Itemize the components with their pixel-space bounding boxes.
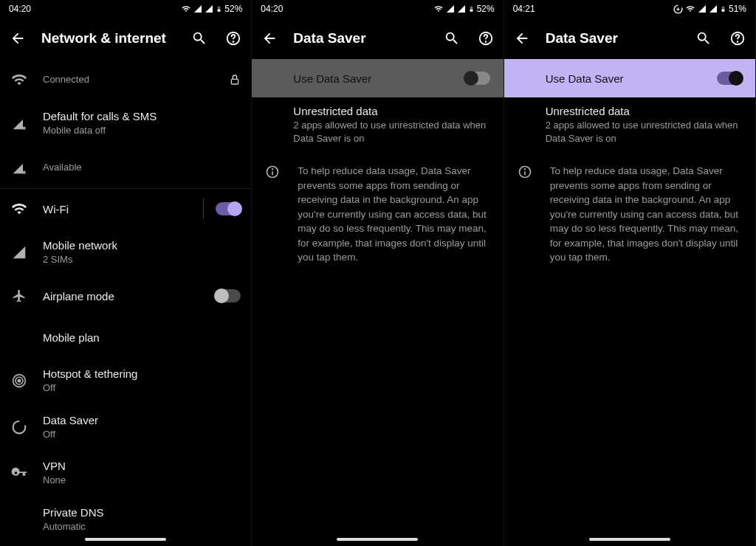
row-subtitle: Off bbox=[43, 381, 241, 395]
data-saver-toggle[interactable] bbox=[465, 72, 490, 85]
app-bar: Data Saver bbox=[252, 18, 503, 59]
signal-status-icon bbox=[698, 4, 707, 13]
battery-percent: 52% bbox=[477, 4, 495, 14]
search-button[interactable] bbox=[189, 28, 210, 49]
status-time: 04:20 bbox=[261, 4, 283, 14]
divider bbox=[203, 198, 204, 219]
data-saver-toggle[interactable] bbox=[717, 72, 742, 85]
signal-status-icon bbox=[446, 4, 455, 13]
nav-pill bbox=[337, 538, 418, 541]
back-arrow-icon bbox=[261, 30, 278, 46]
row-title: Wi-Fi bbox=[43, 203, 188, 215]
battery-status-icon bbox=[468, 4, 475, 14]
row-vpn[interactable]: VPN None bbox=[0, 450, 251, 497]
back-button[interactable] bbox=[512, 28, 532, 49]
signal-icon bbox=[12, 245, 27, 260]
row-subtitle: 2 SIMs bbox=[43, 253, 241, 266]
search-button[interactable] bbox=[693, 28, 714, 49]
row-airplane-mode[interactable]: Airplane mode bbox=[0, 275, 251, 317]
nav-pill bbox=[85, 538, 166, 541]
row-mobile-plan[interactable]: Mobile plan bbox=[0, 317, 251, 358]
svg-point-12 bbox=[738, 41, 738, 42]
settings-list[interactable]: Connected Default for calls & SMS Mobile… bbox=[0, 59, 251, 533]
wifi-status-icon bbox=[433, 4, 444, 13]
back-arrow-icon bbox=[514, 30, 530, 46]
row-wifi-connected[interactable]: Connected bbox=[0, 59, 251, 100]
panel-data-saver-off: 04:20 52% Data Saver Use Data Saver Unre… bbox=[252, 0, 504, 546]
back-button[interactable] bbox=[7, 28, 28, 49]
lock-icon bbox=[229, 74, 241, 86]
status-bar: 04:20 52% bbox=[0, 0, 251, 18]
page-title: Data Saver bbox=[546, 30, 680, 46]
help-icon bbox=[478, 30, 494, 46]
info-icon bbox=[265, 165, 280, 179]
back-button[interactable] bbox=[259, 28, 280, 49]
info-text: To help reduce data usage, Data Saver pr… bbox=[298, 164, 489, 265]
app-bar: Data Saver bbox=[504, 18, 755, 59]
datasaver-icon bbox=[12, 420, 27, 435]
airplane-icon bbox=[12, 288, 27, 303]
row-subtitle: Mobile data off bbox=[43, 124, 241, 137]
search-icon bbox=[191, 30, 207, 46]
wifi-status-icon bbox=[181, 4, 191, 13]
status-right: 51% bbox=[673, 4, 746, 14]
info-icon bbox=[518, 165, 532, 179]
app-bar: Network & internet bbox=[0, 18, 251, 59]
gesture-nav-bar[interactable] bbox=[252, 533, 503, 546]
section-subtitle: 2 apps allowed to use unrestricted data … bbox=[546, 119, 742, 145]
battery-percent: 51% bbox=[729, 4, 746, 14]
search-button[interactable] bbox=[441, 28, 462, 49]
row-default-sim[interactable]: Default for calls & SMS Mobile data off bbox=[0, 100, 251, 147]
status-right: 52% bbox=[433, 4, 495, 14]
page-title: Data Saver bbox=[293, 30, 427, 46]
info-row: To help reduce data usage, Data Saver pr… bbox=[252, 153, 503, 275]
gesture-nav-bar[interactable] bbox=[504, 533, 755, 546]
row-title: Mobile network bbox=[43, 239, 241, 252]
master-label: Use Data Saver bbox=[546, 72, 717, 85]
wifi-icon bbox=[11, 201, 27, 217]
search-icon bbox=[695, 30, 712, 46]
battery-status-icon bbox=[216, 4, 222, 14]
row-title: Default for calls & SMS bbox=[43, 110, 241, 122]
help-button[interactable] bbox=[223, 28, 244, 49]
help-button[interactable] bbox=[475, 28, 496, 49]
use-data-saver-row[interactable]: Use Data Saver bbox=[504, 59, 755, 97]
svg-point-3 bbox=[18, 380, 20, 382]
signal-status-icon-2 bbox=[709, 4, 718, 13]
row-subtitle: Available bbox=[43, 161, 241, 174]
section-title: Unrestricted data bbox=[293, 105, 489, 117]
use-data-saver-row[interactable]: Use Data Saver bbox=[252, 59, 503, 97]
master-label: Use Data Saver bbox=[293, 72, 464, 85]
status-right: 52% bbox=[181, 4, 242, 14]
airplane-toggle[interactable] bbox=[216, 289, 241, 303]
svg-point-1 bbox=[233, 41, 234, 42]
wifi-status-icon bbox=[685, 4, 695, 13]
row-data-saver[interactable]: Data Saver Off bbox=[0, 404, 251, 451]
battery-percent: 52% bbox=[224, 4, 242, 14]
status-bar: 04:20 52% bbox=[252, 0, 503, 18]
row-mobile-network[interactable]: Mobile network 2 SIMs bbox=[0, 229, 251, 276]
row-private-dns[interactable]: Private DNS Automatic bbox=[0, 497, 251, 533]
info-text: To help reduce data usage, Data Saver pr… bbox=[550, 164, 742, 265]
unrestricted-data-row[interactable]: Unrestricted data 2 apps allowed to use … bbox=[504, 97, 755, 153]
row-subtitle: Automatic bbox=[43, 520, 241, 533]
svg-rect-2 bbox=[232, 79, 238, 84]
datasaver-status-icon bbox=[673, 4, 683, 14]
row-wifi[interactable]: Wi-Fi bbox=[0, 188, 251, 229]
section-title: Unrestricted data bbox=[546, 105, 742, 117]
svg-point-7 bbox=[485, 41, 486, 42]
unrestricted-data-row[interactable]: Unrestricted data 2 apps allowed to use … bbox=[252, 97, 503, 153]
row-sim-available[interactable]: Available bbox=[0, 147, 251, 188]
status-time: 04:20 bbox=[9, 4, 31, 14]
row-hotspot[interactable]: Hotspot & tethering Off bbox=[0, 358, 251, 404]
signal-status-icon bbox=[193, 4, 202, 13]
row-title: Hotspot & tethering bbox=[43, 367, 241, 380]
section-subtitle: 2 apps allowed to use unrestricted data … bbox=[293, 119, 489, 145]
gesture-nav-bar[interactable] bbox=[0, 533, 251, 546]
help-button[interactable] bbox=[727, 28, 748, 49]
nav-pill bbox=[589, 538, 670, 541]
signal-off-icon bbox=[12, 160, 27, 175]
svg-point-10 bbox=[272, 169, 273, 170]
wifi-toggle[interactable] bbox=[216, 202, 241, 215]
search-icon bbox=[444, 30, 460, 46]
